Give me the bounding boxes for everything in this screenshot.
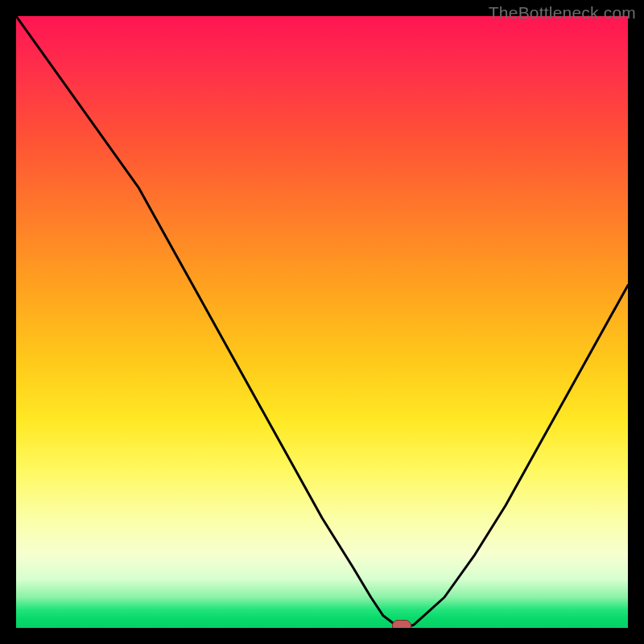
plot-area bbox=[16, 16, 628, 628]
bottleneck-curve bbox=[16, 16, 628, 628]
watermark-text: TheBottleneck.com bbox=[489, 3, 636, 23]
chart-frame: TheBottleneck.com bbox=[0, 0, 644, 644]
optimum-marker-icon bbox=[392, 620, 411, 628]
